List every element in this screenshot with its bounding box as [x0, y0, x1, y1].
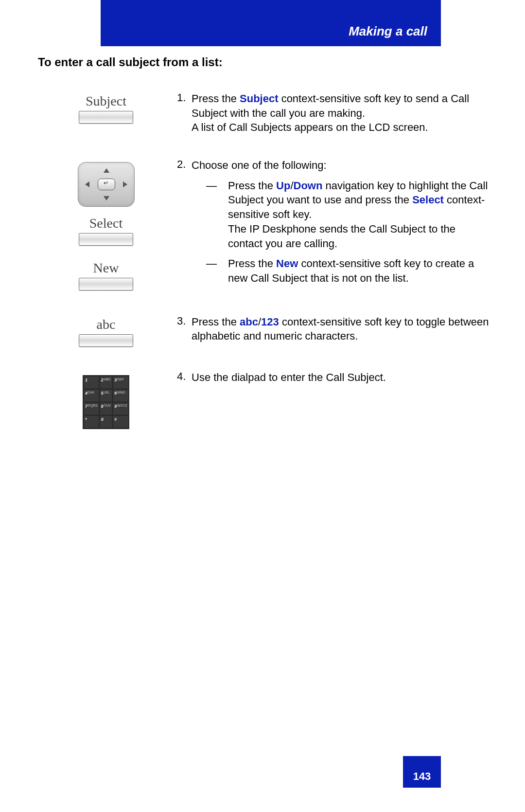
softkey-button-icon [79, 111, 133, 124]
keyword-down: Down [294, 180, 323, 192]
softkey-label-new: New [93, 260, 119, 276]
step-3-number: 3. [177, 315, 192, 343]
softkey-button-icon [79, 233, 133, 246]
keyword-abc: abc [240, 316, 258, 328]
section-title: To enter a call subject from a list: [38, 55, 223, 69]
option-text: Press the Up/Down navigation key to high… [228, 179, 490, 251]
nav-left-icon [85, 181, 89, 187]
dial-key: 7PQRS [84, 403, 99, 415]
option-text: Press the New context-sensitive soft key… [228, 256, 490, 285]
dial-key: 3DEF [113, 377, 128, 388]
keyword-up: Up [276, 180, 290, 192]
step-2-option-2: — Press the New context-sensitive soft k… [206, 256, 490, 285]
step-1-row: Subject 1. Press the Subject context-sen… [38, 91, 490, 135]
dial-key: * [84, 416, 99, 428]
text: The IP Deskphone sends the Call Subject … [228, 223, 455, 250]
nav-up-icon [104, 168, 109, 173]
dial-key: 9WXYZ [113, 403, 128, 415]
softkey-label-abc: abc [97, 317, 116, 332]
nav-enter-icon [98, 179, 115, 190]
step-2-number: 2. [177, 158, 192, 291]
dial-key: # [113, 416, 128, 428]
keyword-subject: Subject [240, 92, 278, 105]
step-3-text: Press the abc/123 context-sensitive soft… [192, 315, 490, 343]
dialpad-icon: 1 2ABC 3DEF 4GHI 5JKL 6MNO 7PQRS 8TUV 9W… [83, 375, 129, 429]
page-header: Making a call [101, 0, 441, 46]
step-4-text: Use the dialpad to enter the Call Subjec… [192, 370, 490, 385]
step-2-row: Select New 2. Choose one of the followin… [38, 158, 490, 291]
dial-key: 1 [84, 377, 99, 388]
page-number: 143 [403, 756, 441, 788]
text: Press the [192, 316, 240, 328]
softkey-label-subject: Subject [86, 93, 126, 109]
text: Use the dialpad to enter the Call Subjec… [192, 371, 386, 383]
navigation-pad-icon [78, 162, 135, 207]
text: Choose one of the following: [192, 159, 327, 171]
text: Press the [228, 180, 276, 192]
softkey-button-icon [79, 278, 133, 290]
step-1-graphic: Subject [38, 91, 174, 135]
nav-down-icon [104, 196, 109, 200]
header-title: Making a call [349, 24, 427, 39]
content-area: Subject 1. Press the Subject context-sen… [38, 91, 490, 452]
dial-key: 6MNO [113, 390, 128, 401]
step-2-text: Choose one of the following: — Press the… [192, 158, 490, 291]
step-1-text: Press the Subject context-sensitive soft… [192, 91, 490, 135]
dial-key: 4GHI [84, 390, 99, 401]
keyword-new: New [276, 257, 298, 270]
keyword-select: Select [412, 194, 444, 206]
step-2: 2. Choose one of the following: — Press … [177, 158, 490, 291]
text: A list of Call Subjects appears on the L… [192, 121, 428, 133]
step-3: 3. Press the abc/123 context-sensitive s… [177, 315, 490, 343]
step-4-graphic: 1 2ABC 3DEF 4GHI 5JKL 6MNO 7PQRS 8TUV 9W… [38, 370, 174, 429]
dial-key: 0 [100, 416, 112, 428]
dash: — [206, 256, 228, 285]
step-4: 4. Use the dialpad to enter the Call Sub… [177, 370, 490, 385]
step-4-row: 1 2ABC 3DEF 4GHI 5JKL 6MNO 7PQRS 8TUV 9W… [38, 370, 490, 429]
dash: — [206, 179, 228, 251]
step-3-row: abc 3. Press the abc/123 context-sensiti… [38, 315, 490, 347]
step-2-option-1: — Press the Up/Down navigation key to hi… [206, 179, 490, 251]
step-4-number: 4. [177, 370, 192, 385]
softkey-button-icon [79, 334, 133, 347]
dial-key: 2ABC [100, 377, 112, 388]
dial-key: 5JKL [100, 390, 112, 401]
step-1: 1. Press the Subject context-sensitive s… [177, 91, 490, 135]
dial-key: 8TUV [100, 403, 112, 415]
nav-right-icon [123, 181, 127, 187]
text: Press the [228, 257, 276, 270]
text: Press the [192, 92, 240, 105]
step-2-graphic: Select New [38, 158, 174, 291]
step-3-graphic: abc [38, 315, 174, 347]
softkey-label-select: Select [89, 216, 122, 231]
step-1-number: 1. [177, 91, 192, 135]
keyword-123: 123 [261, 316, 279, 328]
